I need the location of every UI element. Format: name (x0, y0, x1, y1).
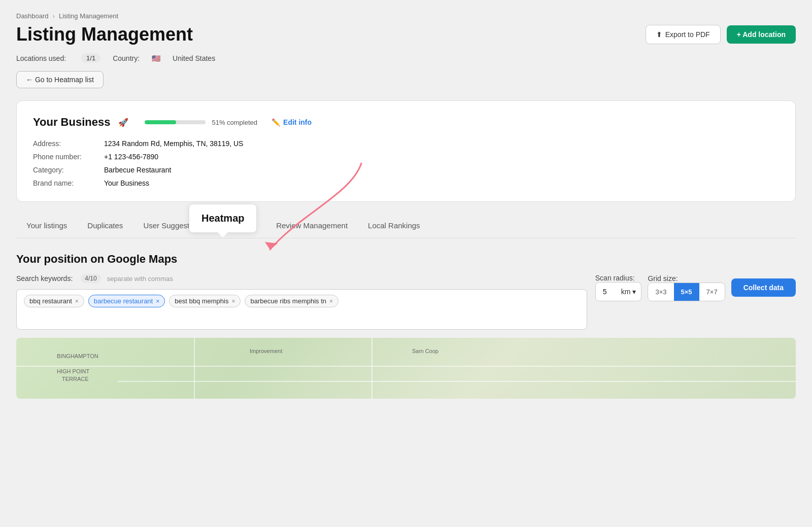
keywords-input-area[interactable]: bbq restaurant × barbecue restaurant × b… (16, 289, 587, 330)
map-label-improvement: Improvement (250, 348, 282, 354)
keyword-tag-bbq[interactable]: bbq restaurant × (24, 295, 84, 307)
tab-your-listings[interactable]: Your listings (16, 214, 77, 238)
edit-icon: ✏️ (272, 118, 280, 126)
business-details: Address: 1234 Random Rd, Memphis, TN, 38… (33, 139, 779, 187)
tab-local-rankings[interactable]: Local Rankings (358, 214, 430, 238)
edit-label: Edit info (283, 118, 312, 126)
breadcrumb-listing: Listing Management (59, 12, 118, 20)
keyword-tag-ribs[interactable]: barbecue ribs memphis tn × (245, 295, 339, 307)
position-section: Your position on Google Maps Search keyw… (16, 253, 796, 399)
add-location-label: + Add location (737, 30, 786, 39)
address-value: 1234 Random Rd, Memphis, TN, 38119, US (104, 139, 779, 148)
grid-3x3[interactable]: 3×3 (648, 283, 673, 301)
locations-label: Locations used: (16, 54, 66, 62)
brand-value: Your Business (104, 179, 779, 187)
svg-marker-0 (265, 242, 278, 250)
brand-label: Brand name: (33, 179, 104, 187)
controls-row: Search keywords: 4/10 separate with comm… (16, 274, 796, 330)
grid-options: 3×3 5×5 7×7 (648, 283, 725, 301)
grid-7x7[interactable]: 7×7 (699, 283, 725, 301)
add-location-button[interactable]: + Add location (727, 25, 796, 44)
country-label: Country: (113, 54, 140, 62)
grid-size-group: Grid size: 3×3 5×5 7×7 (648, 274, 725, 301)
breadcrumb-dashboard[interactable]: Dashboard (16, 12, 49, 20)
position-section-title: Your position on Google Maps (16, 253, 796, 266)
meta-row: Locations used: 1/1 Country: 🇺🇸 United S… (16, 53, 796, 63)
progress-bar (145, 120, 206, 124)
export-pdf-button[interactable]: ⬆ Export to PDF (646, 25, 721, 44)
country-flag: 🇺🇸 (152, 54, 160, 62)
business-card: Your Business 🚀 51% completed ✏️ Edit in… (16, 100, 796, 202)
tab-duplicates[interactable]: Duplicates (77, 214, 133, 238)
heatmap-tooltip: Heatmap (189, 204, 257, 233)
tab-review-management[interactable]: Review Management (266, 214, 358, 238)
progress-bar-fill (145, 120, 176, 124)
keyword-text: barbecue ribs memphis tn (250, 297, 326, 305)
keyword-text: bbq restaurant (29, 297, 72, 305)
grid-5x5[interactable]: 5×5 (674, 283, 699, 301)
radius-value: 5 (596, 283, 621, 301)
keyword-tag-best-bbq[interactable]: best bbq memphis × (169, 295, 241, 307)
chevron-down-icon: ▾ (632, 288, 636, 296)
keyword-close[interactable]: × (75, 298, 79, 305)
keyword-close[interactable]: × (329, 298, 333, 305)
phone-label: Phone number: (33, 153, 104, 161)
map-label-high-point: HIGH POINT (57, 368, 89, 374)
scan-radius-label: Scan radius: (595, 274, 642, 282)
keywords-hint: separate with commas (107, 275, 173, 283)
radius-input[interactable]: 5 km ▾ (595, 282, 642, 301)
keywords-label: Search keywords: (16, 274, 73, 283)
breadcrumb: Dashboard › Listing Management (16, 12, 796, 20)
map-preview: BINGHAMPTON HIGH POINT TERRACE Improveme… (16, 338, 796, 399)
map-label-terrace: TERRACE (62, 376, 89, 382)
phone-value: +1 123-456-7890 (104, 153, 779, 161)
edit-info-button[interactable]: ✏️ Edit info (265, 115, 318, 129)
map-background: BINGHAMPTON HIGH POINT TERRACE Improveme… (16, 338, 796, 399)
progress-area: 51% completed (145, 119, 257, 126)
business-card-header: Your Business 🚀 51% completed ✏️ Edit in… (33, 115, 779, 129)
export-label: Export to PDF (665, 30, 710, 39)
keyword-close-active[interactable]: × (156, 298, 159, 305)
tabs-row: Your listings Duplicates User Suggestion… (16, 214, 796, 238)
business-emoji: 🚀 (118, 118, 128, 127)
keyword-count-badge: 4/10 (81, 274, 100, 283)
radius-unit-text: km (621, 288, 631, 296)
scan-radius-group: Scan radius: 5 km ▾ (595, 274, 642, 301)
right-controls: Scan radius: 5 km ▾ Grid size: 3×3 5×5 (595, 274, 796, 301)
keywords-area: Search keywords: 4/10 separate with comm… (16, 274, 587, 330)
business-name: Your Business (33, 116, 110, 129)
collect-data-button[interactable]: Collect data (731, 278, 796, 297)
address-label: Address: (33, 139, 104, 148)
export-icon: ⬆ (656, 30, 662, 39)
radius-unit[interactable]: km ▾ (621, 283, 641, 301)
locations-count-badge: 1/1 (81, 53, 100, 63)
progress-text: 51% completed (212, 119, 257, 126)
page-header: Listing Management ⬆ Export to PDF + Add… (16, 24, 796, 45)
keyword-tag-barbecue[interactable]: barbecue restaurant × (88, 295, 165, 307)
country-name: United States (173, 54, 215, 62)
tabs-container: Heatmap Your listings Duplicates User Su… (16, 214, 796, 238)
grid-size-label: Grid size: (648, 274, 725, 283)
header-actions: ⬆ Export to PDF + Add location (646, 25, 796, 44)
keyword-close[interactable]: × (231, 298, 235, 305)
category-label: Category: (33, 166, 104, 174)
breadcrumb-sep: › (53, 12, 55, 20)
category-value: Barbecue Restaurant (104, 166, 779, 174)
map-label-sam-coop: Sam Coop (412, 348, 438, 354)
collect-label: Collect data (743, 284, 784, 292)
go-to-heatmap-button[interactable]: ← Go to Heatmap list (16, 71, 104, 88)
heatmap-btn-label: ← Go to Heatmap list (26, 76, 94, 84)
map-label-binghampton: BINGHAMPTON (57, 353, 98, 359)
keywords-row: Search keywords: 4/10 separate with comm… (16, 274, 587, 283)
page-title: Listing Management (16, 24, 193, 45)
keyword-text: barbecue restaurant (94, 297, 153, 305)
keyword-text: best bbq memphis (175, 297, 228, 305)
